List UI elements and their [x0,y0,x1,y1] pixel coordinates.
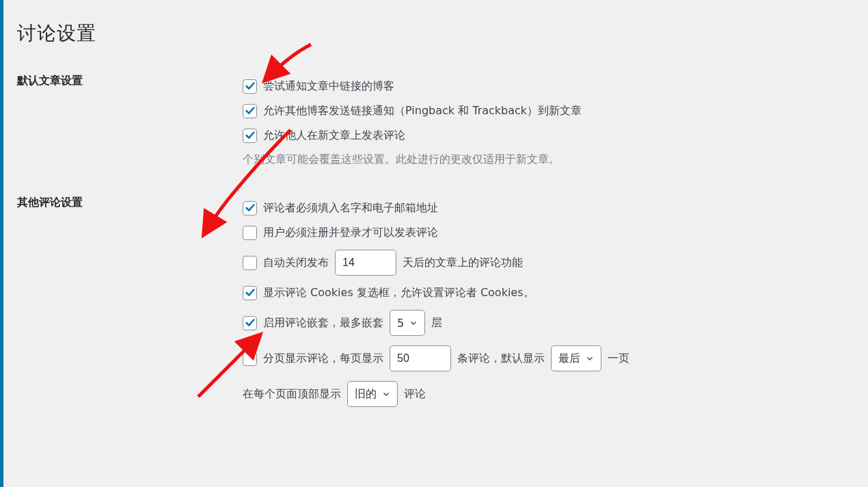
chevron-down-icon [408,317,419,328]
label-auto-close-suffix: 天后的文章上的评论功能 [403,256,523,270]
input-comments-per-page[interactable] [390,345,451,371]
chevron-down-icon [584,353,595,364]
note-default-article: 个别文章可能会覆盖这些设置。此处进行的更改仅适用于新文章。 [243,148,854,172]
label-show-cookies-optin: 显示评论 Cookies 复选框，允许设置评论者 Cookies。 [263,286,534,300]
select-thread-levels-value: 5 [397,317,404,330]
checkbox-show-cookies-optin[interactable] [243,286,257,300]
select-thread-levels[interactable]: 5 [390,310,425,336]
checkbox-require-registration[interactable] [243,226,257,240]
label-threaded-suffix: 层 [431,316,442,330]
label-order-prefix: 在每个页面顶部显示 [243,387,341,402]
checkbox-require-name-email[interactable] [243,201,257,215]
input-close-days[interactable] [335,250,396,276]
section-heading-default-article: 默认文章设置 [17,67,243,189]
label-notify-linked-blogs: 尝试通知文章中链接的博客 [263,79,394,94]
label-allow-pingback: 允许其他博客发送链接通知（Pingback 和 Trackback）到新文章 [263,104,582,118]
select-comment-order[interactable]: 旧的 [347,381,398,407]
label-require-registration: 用户必须注册并登录才可以发表评论 [263,226,438,240]
checkbox-notify-linked-blogs[interactable] [243,79,257,94]
label-paginate-prefix: 分页显示评论，每页显示 [263,352,383,366]
label-allow-comments: 允许他人在新文章上发表评论 [263,129,405,143]
select-comment-order-value: 旧的 [355,387,377,402]
checkbox-paginate-comments[interactable] [243,352,257,366]
settings-wrap: 讨论设置 默认文章设置 尝试通知文章中链接的博客 允许其他博客发送链接通知（Pi… [3,0,868,429]
checkbox-allow-comments[interactable] [243,129,257,143]
label-threaded-prefix: 启用评论嵌套，最多嵌套 [263,316,383,330]
section-heading-other-comments: 其他评论设置 [17,189,243,429]
select-default-page-value: 最后 [558,352,580,366]
checkbox-threaded-comments[interactable] [243,316,257,330]
label-require-name-email: 评论者必须填入名字和电子邮箱地址 [263,201,438,215]
select-default-page[interactable]: 最后 [551,345,601,371]
chevron-down-icon [381,389,392,399]
label-order-suffix: 评论 [404,387,426,402]
checkbox-allow-pingback[interactable] [243,104,257,118]
label-paginate-suffix: 一页 [608,352,629,366]
form-table: 默认文章设置 尝试通知文章中链接的博客 允许其他博客发送链接通知（Pingbac… [17,67,854,429]
page-title: 讨论设置 [17,7,854,60]
checkbox-auto-close-comments[interactable] [243,256,257,270]
label-auto-close-prefix: 自动关闭发布 [263,256,329,270]
label-paginate-mid: 条评论，默认显示 [457,352,545,366]
